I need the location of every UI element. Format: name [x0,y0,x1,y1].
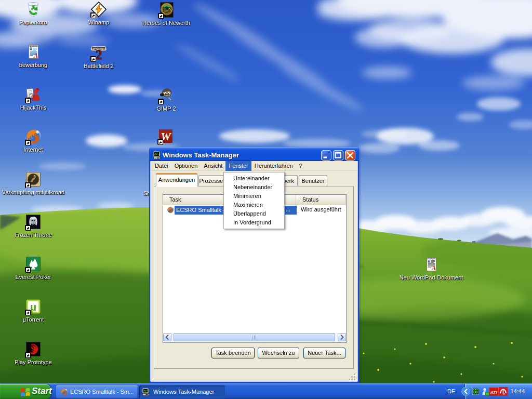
svg-text:ATI: ATI [490,390,497,395]
svg-text:2: 2 [96,48,102,61]
svg-text:µ: µ [30,301,36,313]
